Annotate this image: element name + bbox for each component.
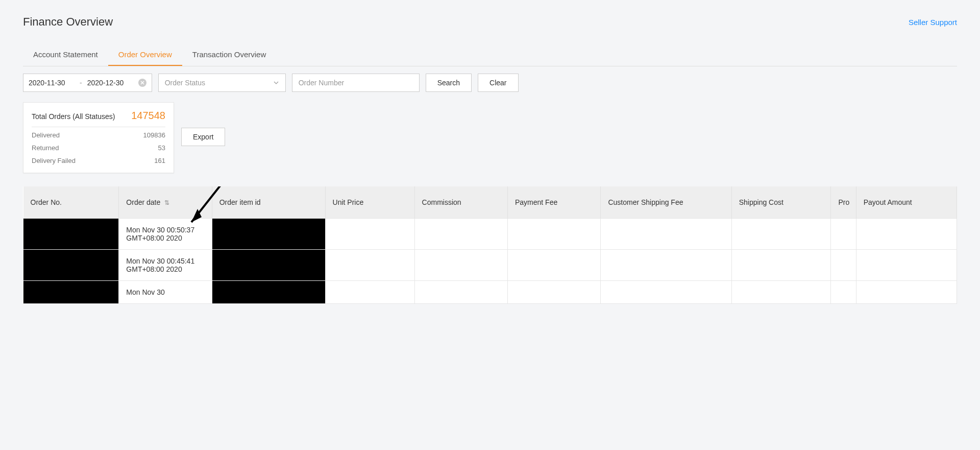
col-unit-price[interactable]: Unit Price [325, 186, 414, 218]
summary-line-returned: Returned 53 [32, 140, 165, 153]
tab-transaction-overview[interactable]: Transaction Overview [182, 44, 277, 66]
cell-customer-shipping-fee [601, 249, 731, 280]
clear-date-icon[interactable] [138, 79, 146, 87]
summary-total-value: 147548 [131, 110, 165, 122]
cell-unit-price [325, 280, 414, 303]
seller-support-link[interactable]: Seller Support [909, 18, 957, 27]
col-commission[interactable]: Commission [414, 186, 507, 218]
orders-table: Order No. Order date ⇅ Order item id Uni… [23, 186, 957, 304]
search-button[interactable]: Search [426, 74, 472, 92]
date-to-input[interactable] [87, 79, 133, 87]
table-row[interactable]: Mon Nov 30 00:45:41 GMT+08:00 2020 [23, 249, 957, 280]
summary-delivery-failed-label: Delivery Failed [32, 157, 76, 164]
summary-line-delivered: Delivered 109836 [32, 127, 165, 140]
col-order-date[interactable]: Order date ⇅ [119, 186, 212, 218]
col-shipping-cost[interactable]: Shipping Cost [731, 186, 831, 218]
cell-order-date: Mon Nov 30 00:50:37 GMT+08:00 2020 [119, 218, 212, 249]
summary-line-delivery-failed: Delivery Failed 161 [32, 153, 165, 165]
cell-order-item-id [212, 249, 325, 280]
col-order-item-id[interactable]: Order item id [212, 186, 325, 218]
cell-unit-price [325, 218, 414, 249]
col-order-no[interactable]: Order No. [23, 186, 119, 218]
cell-commission [414, 218, 507, 249]
table-header-row: Order No. Order date ⇅ Order item id Uni… [23, 186, 957, 218]
cell-order-item-id [212, 218, 325, 249]
summary-card: Total Orders (All Statuses) 147548 Deliv… [23, 102, 174, 173]
sort-icon[interactable]: ⇅ [164, 199, 169, 206]
tab-order-overview[interactable]: Order Overview [108, 44, 182, 66]
cell-order-no [23, 218, 119, 249]
cell-pro [831, 218, 856, 249]
export-button[interactable]: Export [181, 128, 225, 146]
summary-returned-value: 53 [158, 144, 165, 152]
col-pro[interactable]: Pro [831, 186, 856, 218]
cell-order-date: Mon Nov 30 00:45:41 GMT+08:00 2020 [119, 249, 212, 280]
cell-shipping-cost [731, 280, 831, 303]
col-payout-amount[interactable]: Payout Amount [856, 186, 957, 218]
summary-delivered-value: 109836 [143, 131, 165, 139]
date-from-input[interactable] [29, 79, 75, 87]
page-title: Finance Overview [23, 15, 113, 29]
clear-button[interactable]: Clear [478, 74, 518, 92]
table-wrap: Order No. Order date ⇅ Order item id Uni… [23, 186, 957, 304]
summary-delivered-label: Delivered [32, 131, 60, 139]
cell-commission [414, 249, 507, 280]
date-separator: - [80, 79, 82, 87]
cell-shipping-cost [731, 249, 831, 280]
col-order-date-label: Order date [126, 198, 160, 206]
filters: - Order Status Search Clear [23, 74, 957, 92]
summary-delivery-failed-value: 161 [154, 157, 165, 164]
tabs: Account Statement Order Overview Transac… [23, 44, 957, 66]
summary-total-label: Total Orders (All Statuses) [32, 112, 115, 121]
cell-customer-shipping-fee [601, 280, 731, 303]
cell-order-item-id [212, 280, 325, 303]
cell-pro [831, 280, 856, 303]
col-payment-fee[interactable]: Payment Fee [507, 186, 600, 218]
cell-payment-fee [507, 249, 600, 280]
cell-order-no [23, 249, 119, 280]
cell-unit-price [325, 249, 414, 280]
cell-payment-fee [507, 218, 600, 249]
order-status-select[interactable]: Order Status [158, 74, 286, 92]
col-customer-shipping-fee[interactable]: Customer Shipping Fee [601, 186, 731, 218]
cell-shipping-cost [731, 218, 831, 249]
summary-returned-label: Returned [32, 144, 59, 152]
table-row[interactable]: Mon Nov 30 00:50:37 GMT+08:00 2020 [23, 218, 957, 249]
chevron-down-icon [273, 80, 279, 86]
order-status-placeholder: Order Status [165, 79, 205, 87]
cell-order-no [23, 280, 119, 303]
cell-payment-fee [507, 280, 600, 303]
cell-payout-amount [856, 280, 957, 303]
table-row[interactable]: Mon Nov 30 [23, 280, 957, 303]
tab-account-statement[interactable]: Account Statement [23, 44, 108, 66]
order-number-input[interactable] [292, 74, 420, 92]
cell-commission [414, 280, 507, 303]
cell-customer-shipping-fee [601, 218, 731, 249]
cell-payout-amount [856, 249, 957, 280]
date-range-picker[interactable]: - [23, 74, 152, 92]
cell-pro [831, 249, 856, 280]
cell-order-date: Mon Nov 30 [119, 280, 212, 303]
cell-payout-amount [856, 218, 957, 249]
